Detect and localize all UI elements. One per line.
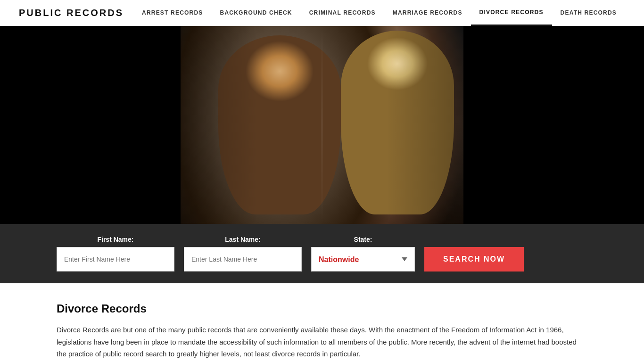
- search-button[interactable]: SEARCH NOW: [424, 247, 524, 272]
- last-name-group: Last Name:: [184, 236, 302, 272]
- hero-section: [0, 26, 644, 224]
- first-name-group: First Name:: [57, 236, 174, 272]
- nav-divorce-records[interactable]: DIVORCE RECORDS: [471, 0, 552, 26]
- search-section: First Name: Last Name: State: Nationwide…: [0, 224, 644, 283]
- hero-divider: [322, 26, 322, 224]
- content-paragraph-1: Divorce Records are but one of the many …: [57, 324, 587, 360]
- nav-marriage-records[interactable]: MARRIAGE RECORDS: [384, 0, 471, 26]
- content-heading: Divorce Records: [57, 302, 587, 315]
- site-title: PUBLIC RECORDS: [19, 8, 124, 18]
- hero-overlay-right: [387, 26, 644, 224]
- last-name-input[interactable]: [184, 247, 302, 272]
- state-label: State:: [311, 236, 415, 243]
- nav-criminal-records[interactable]: CRIMINAL RECORDS: [301, 0, 384, 26]
- state-select[interactable]: Nationwide Alabama Alaska Arizona Arkans…: [311, 247, 415, 272]
- first-name-input[interactable]: [57, 247, 174, 272]
- nav-arrest-records[interactable]: ARREST RECORDS: [133, 0, 211, 26]
- main-nav: ARREST RECORDS BACKGROUND CHECK CRIMINAL…: [133, 0, 625, 26]
- header: PUBLIC RECORDS ARREST RECORDS BACKGROUND…: [0, 0, 644, 26]
- hero-overlay-left: [0, 26, 257, 224]
- nav-death-records[interactable]: DEATH RECORDS: [552, 0, 625, 26]
- state-group: State: Nationwide Alabama Alaska Arizona…: [311, 236, 415, 272]
- last-name-label: Last Name:: [184, 236, 302, 243]
- content-section: Divorce Records Divorce Records are but …: [0, 283, 644, 362]
- first-name-label: First Name:: [57, 236, 174, 243]
- nav-background-check[interactable]: BACKGROUND CHECK: [212, 0, 301, 26]
